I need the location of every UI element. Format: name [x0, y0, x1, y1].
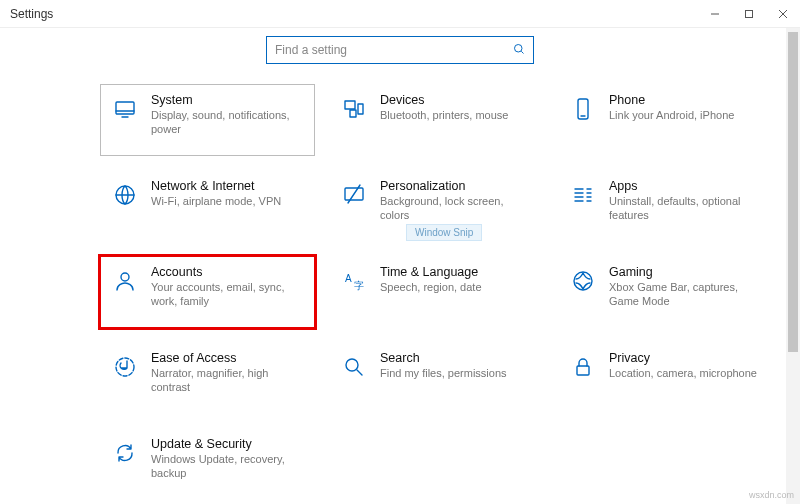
tile-sub: Location, camera, microphone	[609, 367, 757, 381]
scrollbar[interactable]	[786, 28, 800, 504]
tile-sub: Windows Update, recovery, backup	[151, 453, 306, 481]
window-title: Settings	[10, 7, 53, 21]
tile-sub: Your accounts, email, sync, work, family	[151, 281, 306, 309]
tile-sub: Bluetooth, printers, mouse	[380, 109, 508, 123]
svg-rect-5	[358, 104, 363, 114]
svg-text:A: A	[345, 273, 352, 284]
tile-sub: Xbox Game Bar, captures, Game Mode	[609, 281, 764, 309]
tile-system[interactable]: System Display, sound, notifications, po…	[100, 84, 315, 156]
search-icon	[513, 41, 525, 59]
paint-icon	[340, 179, 368, 211]
tile-title: Devices	[380, 93, 508, 107]
devices-icon	[340, 93, 368, 125]
watermark: wsxdn.com	[749, 490, 794, 500]
titlebar: Settings	[0, 0, 800, 28]
search-input[interactable]	[275, 43, 505, 57]
svg-point-14	[346, 359, 358, 371]
tile-title: Phone	[609, 93, 734, 107]
tile-title: Personalization	[380, 179, 535, 193]
svg-point-13	[116, 358, 134, 376]
svg-rect-3	[345, 101, 355, 109]
tile-sub: Uninstall, defaults, optional features	[609, 195, 764, 223]
tile-title: System	[151, 93, 306, 107]
update-icon	[111, 437, 139, 469]
svg-rect-4	[350, 110, 356, 117]
close-button[interactable]	[766, 0, 800, 28]
lock-icon	[569, 351, 597, 383]
tile-sub: Background, lock screen, colors	[380, 195, 535, 223]
maximize-icon	[744, 9, 754, 19]
window-controls	[698, 0, 800, 28]
tile-sub: Wi-Fi, airplane mode, VPN	[151, 195, 281, 209]
tile-sub: Narrator, magnifier, high contrast	[151, 367, 306, 395]
scrollbar-thumb[interactable]	[788, 32, 798, 352]
settings-grid: System Display, sound, notifications, po…	[100, 84, 800, 500]
phone-icon	[569, 93, 597, 125]
tile-network[interactable]: Network & Internet Wi-Fi, airplane mode,…	[100, 170, 315, 242]
tile-title: Time & Language	[380, 265, 482, 279]
tile-privacy[interactable]: Privacy Location, camera, microphone	[558, 342, 773, 414]
tile-title: Network & Internet	[151, 179, 281, 193]
tile-apps[interactable]: Apps Uninstall, defaults, optional featu…	[558, 170, 773, 242]
close-icon	[778, 9, 788, 19]
tile-update-security[interactable]: Update & Security Windows Update, recove…	[100, 428, 315, 500]
search-area	[0, 28, 800, 76]
tile-sub: Link your Android, iPhone	[609, 109, 734, 123]
tile-title: Ease of Access	[151, 351, 306, 365]
tile-search[interactable]: Search Find my files, permissions	[329, 342, 544, 414]
svg-rect-15	[577, 366, 589, 375]
tile-sub: Speech, region, date	[380, 281, 482, 295]
svg-rect-2	[116, 102, 134, 114]
gaming-icon	[569, 265, 597, 297]
tile-title: Privacy	[609, 351, 757, 365]
tile-devices[interactable]: Devices Bluetooth, printers, mouse	[329, 84, 544, 156]
minimize-button[interactable]	[698, 0, 732, 28]
tile-sub: Find my files, permissions	[380, 367, 507, 381]
person-icon	[111, 265, 139, 297]
tile-title: Update & Security	[151, 437, 306, 451]
tile-title: Apps	[609, 179, 764, 193]
tile-phone[interactable]: Phone Link your Android, iPhone	[558, 84, 773, 156]
svg-point-12	[574, 272, 592, 290]
search-icon	[340, 351, 368, 383]
tile-ease-of-access[interactable]: Ease of Access Narrator, magnifier, high…	[100, 342, 315, 414]
tile-gaming[interactable]: Gaming Xbox Game Bar, captures, Game Mod…	[558, 256, 773, 328]
tile-time-language[interactable]: A字 Time & Language Speech, region, date	[329, 256, 544, 328]
maximize-button[interactable]	[732, 0, 766, 28]
language-icon: A字	[340, 265, 368, 297]
search-box[interactable]	[266, 36, 534, 64]
tile-sub: Display, sound, notifications, power	[151, 109, 306, 137]
tile-title: Search	[380, 351, 507, 365]
svg-point-1	[515, 45, 523, 53]
tile-accounts[interactable]: Accounts Your accounts, email, sync, wor…	[98, 254, 317, 330]
display-icon	[111, 93, 139, 125]
apps-icon	[569, 179, 597, 211]
accessibility-icon	[111, 351, 139, 383]
minimize-icon	[710, 9, 720, 19]
globe-icon	[111, 179, 139, 211]
tile-title: Accounts	[151, 265, 306, 279]
snip-tooltip: Window Snip	[406, 224, 482, 241]
svg-rect-0	[746, 10, 753, 17]
svg-point-9	[121, 273, 129, 281]
tile-title: Gaming	[609, 265, 764, 279]
svg-text:字: 字	[354, 280, 364, 291]
